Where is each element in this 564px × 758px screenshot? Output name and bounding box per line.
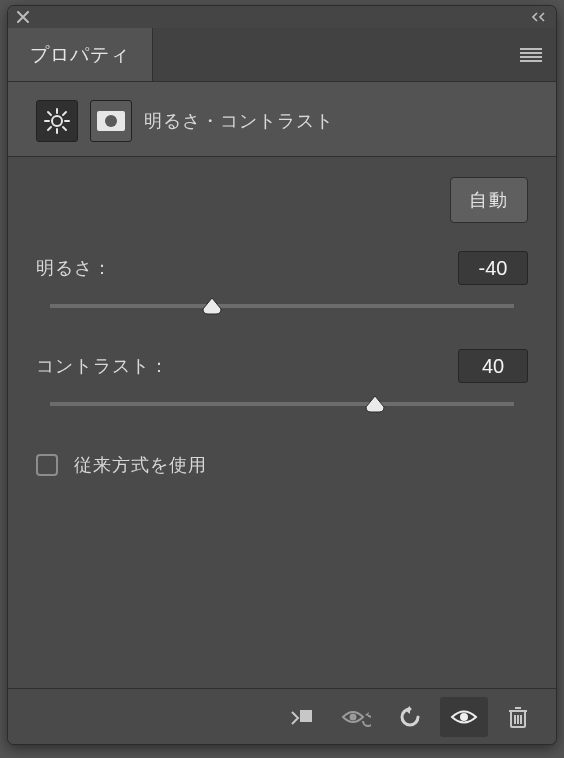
legacy-row[interactable]: 従来方式を使用 — [36, 453, 528, 477]
brightness-slider[interactable] — [50, 295, 514, 317]
visibility-icon[interactable] — [440, 697, 488, 737]
slider-track — [50, 402, 514, 406]
panel-footer — [8, 688, 556, 744]
svg-point-13 — [460, 713, 468, 721]
auto-button[interactable]: 自動 — [450, 177, 528, 223]
brightness-value[interactable]: -40 — [458, 251, 528, 285]
clip-to-layer-icon[interactable] — [278, 697, 326, 737]
contrast-control: コントラスト： 40 — [36, 349, 528, 415]
slider-thumb[interactable] — [365, 395, 385, 413]
tab-bar: プロパティ — [8, 28, 556, 82]
slider-thumb[interactable] — [202, 297, 222, 315]
contrast-slider[interactable] — [50, 393, 514, 415]
menu-icon — [520, 48, 542, 62]
properties-panel: プロパティ — [8, 6, 556, 744]
legacy-label: 従来方式を使用 — [74, 453, 207, 477]
collapse-icon[interactable] — [532, 8, 550, 26]
panel-body: 自動 明るさ： -40 コントラスト： 40 — [8, 156, 556, 688]
view-previous-icon[interactable] — [332, 697, 380, 737]
svg-point-10 — [105, 115, 117, 127]
contrast-value[interactable]: 40 — [458, 349, 528, 383]
contrast-label: コントラスト： — [36, 354, 169, 378]
brightness-label: 明るさ： — [36, 256, 112, 280]
slider-track — [50, 304, 514, 308]
tab-empty — [153, 28, 506, 81]
adjustment-title: 明るさ・コントラスト — [144, 109, 334, 133]
svg-point-12 — [350, 713, 357, 720]
sun-icon[interactable] — [36, 100, 78, 142]
svg-line-6 — [63, 127, 66, 130]
tab-label: プロパティ — [30, 42, 130, 68]
trash-icon[interactable] — [494, 697, 542, 737]
svg-line-8 — [48, 127, 51, 130]
svg-point-0 — [52, 116, 62, 126]
svg-rect-11 — [300, 710, 312, 722]
adjustment-header: 明るさ・コントラスト — [8, 82, 556, 156]
tab-properties[interactable]: プロパティ — [8, 28, 153, 81]
mask-icon[interactable] — [90, 100, 132, 142]
svg-line-5 — [48, 112, 51, 115]
svg-line-7 — [63, 112, 66, 115]
panel-menu-button[interactable] — [506, 28, 556, 81]
titlebar — [8, 6, 556, 28]
close-icon[interactable] — [14, 8, 32, 26]
auto-row: 自動 — [36, 177, 528, 223]
brightness-control: 明るさ： -40 — [36, 251, 528, 317]
reset-icon[interactable] — [386, 697, 434, 737]
legacy-checkbox[interactable] — [36, 454, 58, 476]
